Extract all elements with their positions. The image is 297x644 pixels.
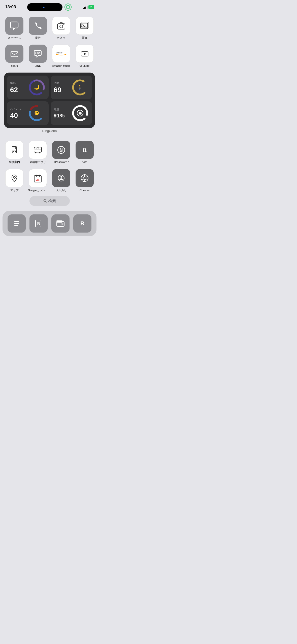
line-label: LINE xyxy=(35,64,41,68)
svg-rect-6 xyxy=(11,52,18,57)
ringconn-battery-info: 電量 91% xyxy=(54,108,65,119)
svg-point-28 xyxy=(13,151,14,152)
svg-rect-31 xyxy=(34,147,42,152)
youtube-icon xyxy=(76,45,94,63)
dynamic-island: ▲ xyxy=(27,3,62,11)
ringconn-activity-cell: 活動 69 🚶 xyxy=(51,76,92,99)
line-icon: LINE xyxy=(29,45,47,63)
stress-gauge: 😊 xyxy=(28,104,46,122)
signal-bar-3 xyxy=(85,7,86,9)
amazon-music-icon: music xyxy=(52,45,70,63)
svg-point-1 xyxy=(60,25,63,28)
mercari-label: メルカリ xyxy=(56,189,67,192)
search-pill[interactable]: 検索 xyxy=(29,196,70,206)
sleep-gauge: 🌙 xyxy=(28,79,46,96)
mercari-svg xyxy=(56,173,66,183)
app-spark[interactable]: spark xyxy=(4,45,25,68)
battery-badge: 81 xyxy=(88,5,94,9)
app-messages[interactable]: メッセージ xyxy=(4,17,25,40)
maps-svg xyxy=(10,173,19,183)
note-label: note xyxy=(82,160,87,164)
app-note[interactable]: n note xyxy=(74,141,95,164)
svg-point-47 xyxy=(58,175,64,181)
wallet-icon xyxy=(56,219,65,228)
ekikan-label: 乗換案内 xyxy=(9,160,20,164)
rakuten-icon: R xyxy=(78,219,87,228)
signal-bar-2 xyxy=(84,7,85,9)
search-icon xyxy=(43,199,47,203)
signal-bar-1 xyxy=(83,8,84,9)
app-grid-rows34: 乗換案内 東横線アプリ 1Password7 xyxy=(0,137,99,192)
ringconn-sleep-info: 睡眠 62 xyxy=(10,81,18,94)
svg-text:31: 31 xyxy=(36,178,40,182)
ring-inner xyxy=(66,5,70,9)
ringconn-widget[interactable]: 睡眠 62 🌙 活動 69 🚶 ス xyxy=(4,73,95,128)
ringconn-sleep-cell: 睡眠 62 🌙 xyxy=(7,76,49,99)
svg-text:😊: 😊 xyxy=(34,111,39,115)
app-toyoko[interactable]: 東横線アプリ xyxy=(27,141,48,164)
gcal-label: Googleカレン… xyxy=(28,189,48,192)
nav-arrow-icon: ▲ xyxy=(42,5,46,9)
search-bar: 検索 xyxy=(4,196,95,206)
app-ekikan[interactable]: 乗換案内 xyxy=(4,141,25,164)
gcal-icon: 31 xyxy=(29,169,47,187)
svg-line-55 xyxy=(81,179,83,180)
app-photos[interactable]: 写真 xyxy=(74,17,95,40)
gcal-svg: 31 xyxy=(33,173,43,183)
status-right: 81 xyxy=(83,5,94,9)
app-grid-row1: メッセージ 電話 カメラ xyxy=(0,13,99,68)
dock-notion[interactable]: N xyxy=(29,214,48,233)
activity-gauge: 🚶 xyxy=(71,79,89,96)
status-bar: 13:03 ▲ 81 xyxy=(0,0,99,13)
ringconn-battery-cell: 電量 91% xyxy=(51,101,92,125)
svg-line-58 xyxy=(46,202,47,203)
chrome-icon xyxy=(76,169,94,187)
stress-value: 40 xyxy=(10,112,21,120)
dock-wallet[interactable] xyxy=(51,214,70,233)
svg-marker-10 xyxy=(84,53,86,55)
chrome-svg xyxy=(80,173,89,183)
svg-text:N: N xyxy=(37,221,40,226)
status-time: 13:03 xyxy=(5,5,16,10)
svg-line-53 xyxy=(81,176,83,177)
messages-icon xyxy=(5,17,23,35)
maps-icon xyxy=(5,169,23,187)
app-youtube[interactable]: youtube xyxy=(74,45,95,68)
svg-point-37 xyxy=(58,146,65,153)
app-line[interactable]: LINE LINE xyxy=(27,45,48,68)
ring-conn-icon xyxy=(64,4,72,11)
1password-icon xyxy=(52,141,70,159)
sleep-value: 62 xyxy=(10,86,18,94)
dock-rakuten[interactable]: R xyxy=(73,214,91,233)
svg-point-39 xyxy=(61,150,61,151)
activity-title: 活動 xyxy=(54,81,61,85)
sleep-title: 睡眠 xyxy=(10,81,18,85)
svg-point-25 xyxy=(79,112,82,115)
phone-icon xyxy=(29,17,47,35)
svg-line-56 xyxy=(86,176,88,177)
spark-svg xyxy=(10,49,19,58)
notion-icon: N xyxy=(34,219,43,228)
app-camera[interactable]: カメラ xyxy=(51,17,72,40)
mercari-icon xyxy=(52,169,70,187)
svg-text:music: music xyxy=(56,51,62,54)
photos-svg xyxy=(80,21,89,30)
app-chrome[interactable]: Chrome xyxy=(74,169,95,192)
app-gcal[interactable]: 31 Googleカレン… xyxy=(27,169,48,192)
ringconn-container: 睡眠 62 🌙 活動 69 🚶 ス xyxy=(4,73,95,133)
svg-rect-36 xyxy=(37,148,39,149)
photos-icon xyxy=(76,17,94,35)
app-1password[interactable]: 1Password7 xyxy=(51,141,72,164)
app-amazon-music[interactable]: music Amazon music xyxy=(51,45,72,68)
ekikan-icon xyxy=(5,141,23,159)
messages-svg xyxy=(10,21,19,30)
battery-title: 電量 xyxy=(54,108,65,111)
app-maps[interactable]: マップ xyxy=(4,169,25,192)
app-phone[interactable]: 電話 xyxy=(27,17,48,40)
stress-title: ストレス xyxy=(10,107,21,111)
spark-icon xyxy=(5,45,23,63)
ringconn-label: RingConn xyxy=(4,129,95,133)
dock-reminders[interactable] xyxy=(8,214,26,233)
app-mercari[interactable]: メルカリ xyxy=(51,169,72,192)
battery-value: 91% xyxy=(54,112,65,119)
